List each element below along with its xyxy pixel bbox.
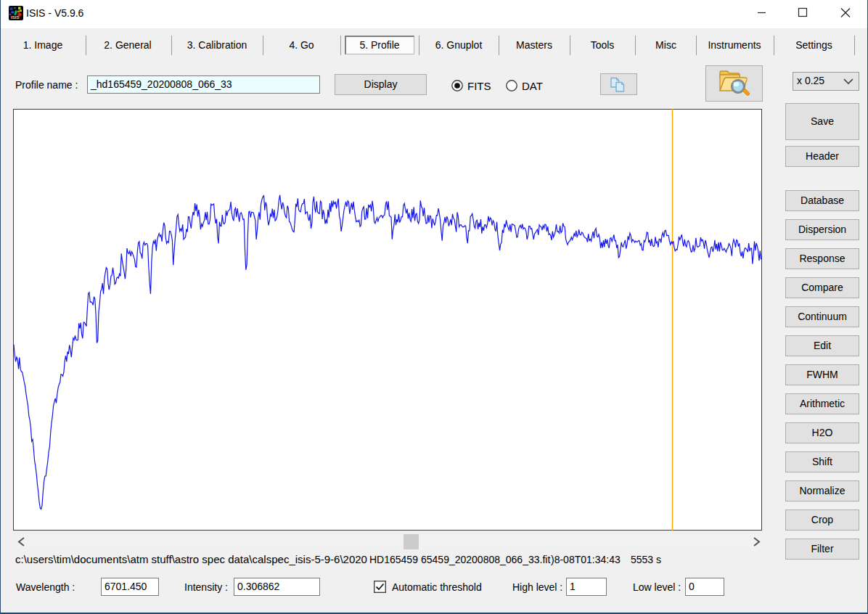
svg-text:ISIS: ISIS: [11, 15, 20, 20]
